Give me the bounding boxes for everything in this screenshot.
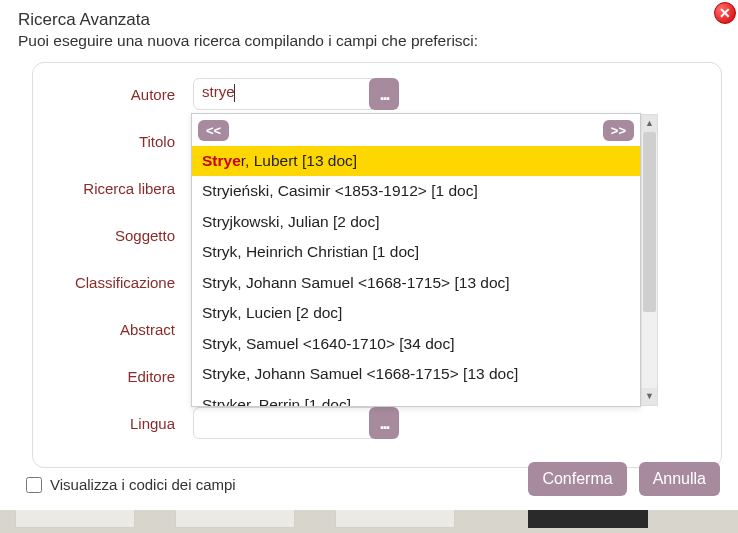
cancel-button[interactable]: Annulla	[639, 462, 720, 496]
label-titolo: Titolo	[53, 133, 193, 150]
dropdown-item[interactable]: Stryke, Johann Samuel <1668-1715> [13 do…	[192, 359, 640, 389]
form-area: Autore strye ... Titolo Ricerca libera S…	[32, 62, 722, 468]
scroll-down-icon[interactable]: ▼	[642, 388, 657, 405]
autocomplete-dropdown: << >> Stryer, Lubert [13 doc]Stryieński,…	[191, 113, 641, 407]
show-codes-checkbox[interactable]	[26, 477, 42, 493]
advanced-search-modal: ✕ Ricerca Avanzata Puoi eseguire una nuo…	[0, 0, 738, 510]
label-editore: Editore	[53, 368, 193, 385]
label-abstract: Abstract	[53, 321, 193, 338]
lookup-button-lingua[interactable]: ...	[369, 407, 399, 439]
dropdown-item[interactable]: Stryk, Johann Samuel <1668-1715> [13 doc…	[192, 268, 640, 298]
dropdown-item[interactable]: Stryk, Samuel <1640-1710> [34 doc]	[192, 329, 640, 359]
label-soggetto: Soggetto	[53, 227, 193, 244]
dropdown-item[interactable]: Stryjkowski, Julian [2 doc]	[192, 207, 640, 237]
dropdown-next-button[interactable]: >>	[603, 120, 634, 141]
input-lingua[interactable]	[193, 407, 373, 439]
dropdown-scrollbar[interactable]: ▲ ▼	[641, 114, 658, 406]
lookup-button-autore[interactable]: ...	[369, 78, 399, 110]
dropdown-item[interactable]: Stryer, Lubert [13 doc]	[192, 146, 640, 176]
show-codes-label: Visualizza i codici dei campi	[50, 476, 236, 493]
row-autore: Autore strye ...	[53, 81, 701, 107]
label-autore: Autore	[53, 86, 193, 103]
modal-title: Ricerca Avanzata	[18, 10, 720, 30]
dropdown-item[interactable]: Stryieński, Casimir <1853-1912> [1 doc]	[192, 176, 640, 206]
dropdown-item[interactable]: Stryk, Heinrich Christian [1 doc]	[192, 237, 640, 267]
dropdown-item[interactable]: Stryk, Lucien [2 doc]	[192, 298, 640, 328]
dropdown-list: Stryer, Lubert [13 doc]Stryieński, Casim…	[192, 146, 640, 406]
confirm-button[interactable]: Conferma	[528, 462, 626, 496]
label-classificazione: Classificazione	[53, 274, 193, 291]
modal-subtitle: Puoi eseguire una nuova ricerca compilan…	[18, 32, 720, 50]
input-autore[interactable]: strye	[193, 78, 373, 110]
label-lingua: Lingua	[53, 415, 193, 432]
scroll-up-icon[interactable]: ▲	[642, 115, 657, 132]
scroll-thumb[interactable]	[643, 132, 656, 312]
label-ricerca-libera: Ricerca libera	[53, 180, 193, 197]
dropdown-item[interactable]: Stryker, Perrin [1 doc]	[192, 390, 640, 406]
dropdown-prev-button[interactable]: <<	[198, 120, 229, 141]
close-icon[interactable]: ✕	[714, 2, 736, 24]
